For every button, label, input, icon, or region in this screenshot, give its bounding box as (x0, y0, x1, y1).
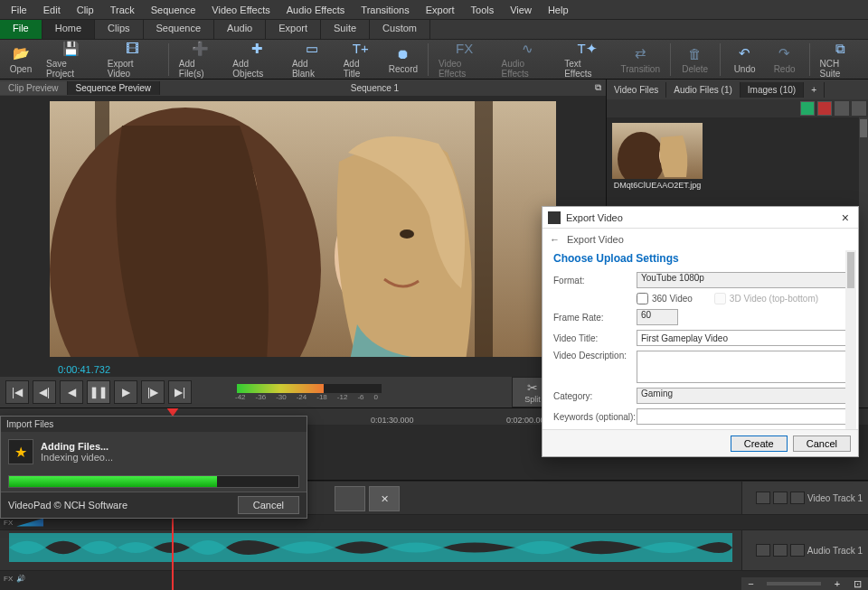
keywords-input[interactable] (637, 408, 847, 425)
export-button[interactable]: 🎞Export Video (105, 41, 161, 79)
undo-label: Undo (734, 64, 756, 74)
video-desc-input[interactable] (637, 351, 847, 383)
video-title-input[interactable] (637, 330, 847, 346)
tfx-button[interactable]: T✦Text Effects (561, 41, 613, 79)
audio-fx-row[interactable]: FX🔊 (0, 571, 868, 585)
ribbon-tab-home[interactable]: Home (42, 20, 95, 39)
import-dialog: Import Files ★ Adding Files... Indexing … (0, 416, 307, 519)
afx-button[interactable]: ∿Audio Effects (498, 41, 556, 79)
add-bin-button[interactable]: + (804, 82, 825, 98)
tab-sequence-preview[interactable]: Sequence Preview (68, 81, 160, 95)
delete-button[interactable]: 🗑Delete (678, 41, 712, 79)
nch-label: NCH Suite (820, 59, 862, 79)
undo-button[interactable]: ↶Undo (728, 41, 762, 79)
addtitle-label: Add Title (344, 59, 378, 79)
back-button[interactable]: ← (550, 234, 560, 245)
nch-icon: ⧉ (832, 41, 850, 57)
ribbon-tab-sequence[interactable]: Sequence (144, 20, 215, 39)
audio-track[interactable]: Audio Track 1 (0, 529, 868, 571)
addtitle-button[interactable]: T+Add Title (341, 41, 381, 79)
preview-panel: Clip Preview Sequence Preview Sequence 1… (0, 80, 606, 407)
step-fwd-button[interactable]: |▶ (141, 380, 165, 404)
chk-3d[interactable]: 3D Video (top-bottom) (714, 293, 818, 304)
track-mute-icon[interactable] (773, 492, 788, 504)
chk-360[interactable]: 360 Video (637, 293, 693, 304)
redo-button[interactable]: ↷Redo (768, 41, 802, 79)
ribbon-tab-export[interactable]: Export (266, 20, 321, 39)
play-button[interactable]: ▶ (114, 380, 137, 404)
star-icon: ★ (8, 439, 33, 464)
open-button[interactable]: 📂Open (4, 41, 38, 79)
step-back-button[interactable]: ◀| (33, 380, 56, 404)
addobj-button[interactable]: ✚Add Objects (230, 41, 284, 79)
format-select[interactable]: YouTube 1080p (637, 272, 847, 288)
addblank-button[interactable]: ▭Add Blank (289, 41, 335, 79)
bin-tabs: Video Files Audio Files (1) Images (10) … (607, 80, 868, 99)
grid-view-icon[interactable] (852, 101, 866, 116)
tab-images[interactable]: Images (10) (741, 82, 804, 98)
create-button[interactable]: Create (731, 435, 788, 452)
menu-edit[interactable]: Edit (36, 3, 68, 17)
transition-icon: ⇄ (631, 44, 649, 62)
menu-transitions[interactable]: Transitions (354, 3, 416, 17)
menu-tools[interactable]: Tools (464, 3, 502, 17)
preview-tabs: Clip Preview Sequence Preview Sequence 1… (0, 80, 606, 96)
tab-audio-files[interactable]: Audio Files (1) (666, 82, 740, 98)
record-button[interactable]: ⏺Record (386, 41, 420, 79)
ribbon-tab-clips[interactable]: Clips (95, 20, 143, 39)
ribbon-tab-file[interactable]: File (0, 20, 42, 39)
popout-icon[interactable]: ⧉ (590, 82, 606, 93)
vfx-button[interactable]: FXVideo Effects (436, 41, 494, 79)
list-view-icon[interactable] (835, 101, 849, 116)
pause-button[interactable]: ❚❚ (87, 380, 110, 404)
speaker-icon[interactable]: 🔊 (16, 575, 25, 583)
redo-icon: ↷ (776, 44, 794, 62)
ribbon-tab-audio[interactable]: Audio (214, 20, 266, 39)
close-icon[interactable]: × (838, 211, 853, 225)
nch-button[interactable]: ⧉NCH Suite (817, 41, 864, 79)
tab-clip-preview[interactable]: Clip Preview (0, 81, 68, 95)
video-clip[interactable] (335, 486, 365, 511)
preview-image (50, 101, 556, 357)
transition-button[interactable]: ⇄Transition (618, 41, 663, 79)
menu-export[interactable]: Export (419, 3, 462, 17)
menu-sequence[interactable]: Sequence (144, 3, 203, 17)
track-lock-icon[interactable] (756, 544, 770, 557)
play-back-button[interactable]: ◀ (60, 380, 83, 404)
addfile-button[interactable]: ➕Add File(s) (176, 41, 225, 79)
save-button[interactable]: 💾Save Project (43, 41, 99, 79)
category-select[interactable]: Gaming (637, 388, 847, 404)
ribbon-tab-suite[interactable]: Suite (321, 20, 370, 39)
export-scrollbar[interactable] (845, 250, 856, 429)
menu-clip[interactable]: Clip (70, 3, 101, 17)
transition-clip[interactable]: ✕ (369, 486, 400, 511)
afx-label: Audio Effects (501, 59, 553, 79)
menu-track[interactable]: Track (103, 3, 142, 17)
goto-end-button[interactable]: ▶| (168, 380, 192, 404)
export-cancel-button[interactable]: Cancel (793, 435, 851, 452)
track-lock-icon[interactable] (756, 492, 770, 504)
menu-audio-effects[interactable]: Audio Effects (279, 3, 353, 17)
menu-video-effects[interactable]: Video Effects (204, 3, 277, 17)
ribbon-tab-custom[interactable]: Custom (370, 20, 430, 39)
framerate-select[interactable]: 60 (637, 309, 678, 325)
import-cancel-button[interactable]: Cancel (238, 496, 299, 514)
track-vis-icon[interactable] (790, 492, 805, 504)
vfx-label: Video Effects (439, 59, 491, 79)
timeline-zoom[interactable]: −+⊡ (741, 577, 868, 590)
menu-file[interactable]: File (4, 3, 34, 17)
open-label: Open (10, 64, 32, 74)
category-label: Category: (553, 391, 637, 401)
track-mute-icon[interactable] (773, 544, 788, 557)
menu-view[interactable]: View (503, 3, 539, 17)
add-media-icon[interactable] (800, 101, 815, 116)
import-dialog-title: Import Files (1, 417, 307, 432)
tab-video-files[interactable]: Video Files (607, 82, 666, 98)
menu-help[interactable]: Help (541, 3, 576, 17)
media-thumbnail[interactable]: DMqt6ClUEAAO2ET.jpg (612, 123, 703, 190)
goto-start-button[interactable]: |◀ (5, 380, 29, 404)
bin-scrollbar[interactable] (859, 117, 868, 407)
redo-label: Redo (774, 64, 796, 74)
track-solo-icon[interactable] (790, 544, 805, 557)
delete-media-icon[interactable] (817, 101, 832, 116)
